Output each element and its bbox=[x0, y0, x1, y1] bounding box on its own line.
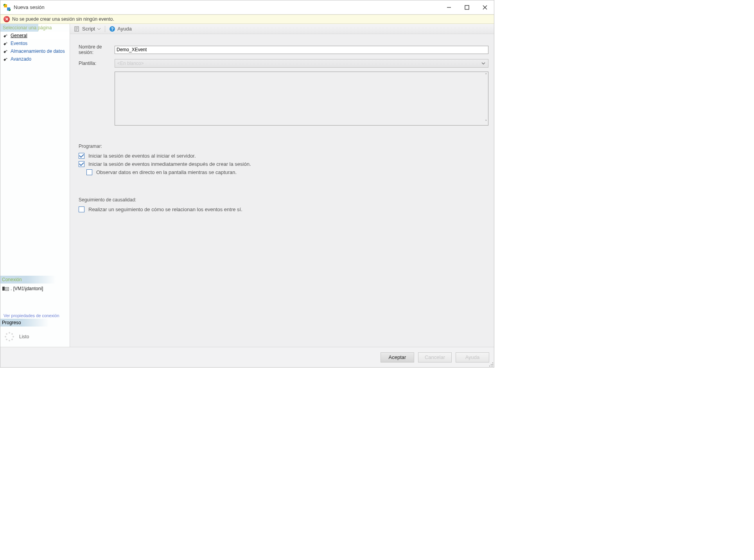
toolbar-separator bbox=[105, 26, 105, 32]
checkbox-label: Iniciar la sesión de eventos al iniciar … bbox=[88, 153, 196, 159]
script-label: Script bbox=[82, 26, 95, 32]
causality-header: Seguimiento de causalidad: bbox=[79, 197, 488, 203]
checkbox-label: Realizar un seguimiento de cómo se relac… bbox=[88, 206, 242, 212]
script-button[interactable]: Script bbox=[72, 24, 103, 34]
checkbox-icon bbox=[79, 161, 84, 167]
help-button[interactable]: Ayuda bbox=[456, 352, 489, 363]
nav-label: Almacenamiento de datos bbox=[11, 48, 65, 54]
script-icon bbox=[74, 26, 80, 32]
connection-value: . [VM1\jdantoni] bbox=[11, 286, 43, 291]
progress-text: Listo bbox=[19, 334, 29, 339]
svg-rect-6 bbox=[2, 287, 5, 291]
ok-button[interactable]: Aceptar bbox=[381, 352, 414, 363]
svg-point-15 bbox=[5, 336, 6, 337]
toolbar: Script ? Ayuda bbox=[70, 24, 494, 34]
connection-row: . [VM1\jdantoni] bbox=[0, 284, 70, 294]
server-icon bbox=[2, 286, 9, 291]
wrench-icon bbox=[3, 56, 8, 62]
nav-label: Avanzado bbox=[11, 56, 31, 62]
main-panel: Script ? Ayuda Nombre de sesión: Plantil… bbox=[70, 24, 494, 347]
svg-point-8 bbox=[7, 289, 8, 290]
error-text: No se puede crear una sesión sin ningún … bbox=[12, 16, 114, 22]
progress-header: Progreso bbox=[0, 319, 70, 327]
svg-point-13 bbox=[9, 340, 10, 341]
checkbox-icon bbox=[79, 153, 84, 159]
chevron-down-icon bbox=[481, 61, 486, 66]
close-button[interactable] bbox=[476, 0, 494, 14]
svg-rect-0 bbox=[4, 4, 7, 7]
svg-point-14 bbox=[6, 339, 7, 340]
error-bar: ✕ No se puede crear una sesión sin ningú… bbox=[0, 14, 494, 24]
help-icon: ? bbox=[109, 26, 115, 32]
form-area: Nombre de sesión: Plantilla: <En blanco>… bbox=[70, 34, 494, 347]
wrench-icon bbox=[3, 48, 8, 54]
svg-point-12 bbox=[11, 339, 13, 340]
sidebar-header: Seleccionar una página bbox=[0, 24, 70, 32]
help-toolbar-button[interactable]: ? Ayuda bbox=[107, 24, 134, 34]
scroll-down-icon[interactable]: ˅ bbox=[485, 119, 487, 124]
nav-label: Eventos bbox=[11, 41, 27, 46]
nav-label: General bbox=[11, 33, 27, 38]
button-bar: Aceptar Cancelar Ayuda bbox=[0, 347, 494, 367]
svg-text:?: ? bbox=[111, 27, 114, 31]
sidebar-item-general[interactable]: General bbox=[0, 32, 70, 39]
maximize-button[interactable] bbox=[458, 0, 476, 14]
scroll-up-icon[interactable]: ˄ bbox=[485, 73, 487, 78]
svg-point-16 bbox=[6, 333, 7, 335]
session-name-input[interactable] bbox=[115, 46, 488, 54]
sidebar: Seleccionar una página General Eventos A… bbox=[0, 24, 70, 347]
cancel-button[interactable]: Cancelar bbox=[418, 352, 452, 363]
template-description-box[interactable]: ˄ ˅ bbox=[115, 72, 488, 126]
svg-rect-3 bbox=[465, 5, 469, 9]
chevron-down-icon bbox=[97, 27, 101, 31]
checkbox-start-on-server[interactable]: Iniciar la sesión de eventos al iniciar … bbox=[79, 153, 488, 159]
checkbox-watch-live[interactable]: Observar datos en directo en la pantalla… bbox=[86, 169, 488, 175]
checkbox-icon bbox=[79, 206, 84, 212]
checkbox-label: Iniciar la sesión de eventos inmediatame… bbox=[88, 161, 251, 167]
progress-row: Listo bbox=[0, 327, 70, 347]
error-icon: ✕ bbox=[4, 16, 10, 22]
dialog-body: Seleccionar una página General Eventos A… bbox=[0, 24, 494, 347]
sidebar-item-avanzado[interactable]: Avanzado bbox=[0, 55, 70, 63]
titlebar: Nueva sesión bbox=[0, 0, 494, 14]
checkbox-start-immediate[interactable]: Iniciar la sesión de eventos inmediatame… bbox=[79, 161, 488, 167]
window-title: Nueva sesión bbox=[14, 4, 45, 10]
resize-grip-icon[interactable] bbox=[488, 362, 493, 366]
checkbox-label: Observar datos en directo en la pantalla… bbox=[96, 169, 237, 175]
minimize-button[interactable] bbox=[440, 0, 458, 14]
svg-point-10 bbox=[11, 333, 13, 335]
svg-rect-1 bbox=[7, 7, 10, 11]
view-connection-props-link[interactable]: Ver propiedades de conexión bbox=[0, 311, 70, 319]
checkbox-icon bbox=[86, 169, 92, 175]
connection-header: Conexión bbox=[0, 276, 70, 284]
sidebar-item-eventos[interactable]: Eventos bbox=[0, 39, 70, 47]
wrench-icon bbox=[3, 41, 8, 46]
template-placeholder: <En blanco> bbox=[117, 61, 144, 66]
wrench-icon bbox=[3, 33, 8, 38]
progress-spinner-icon bbox=[4, 332, 14, 342]
session-name-label: Nombre de sesión: bbox=[79, 44, 115, 55]
app-icon bbox=[4, 4, 11, 11]
page-nav: General Eventos Almacenamiento de datos … bbox=[0, 32, 70, 63]
sidebar-item-almacenamiento[interactable]: Almacenamiento de datos bbox=[0, 47, 70, 55]
svg-point-9 bbox=[9, 332, 10, 334]
template-label: Plantilla: bbox=[79, 61, 115, 66]
checkbox-causality[interactable]: Realizar un seguimiento de cómo se relac… bbox=[79, 206, 488, 212]
template-combobox[interactable]: <En blanco> bbox=[115, 59, 488, 68]
help-label: Ayuda bbox=[117, 26, 132, 32]
dialog-window: Nueva sesión ✕ No se puede crear una ses… bbox=[0, 0, 494, 368]
svg-point-11 bbox=[13, 336, 14, 337]
schedule-header: Programar: bbox=[79, 144, 488, 149]
